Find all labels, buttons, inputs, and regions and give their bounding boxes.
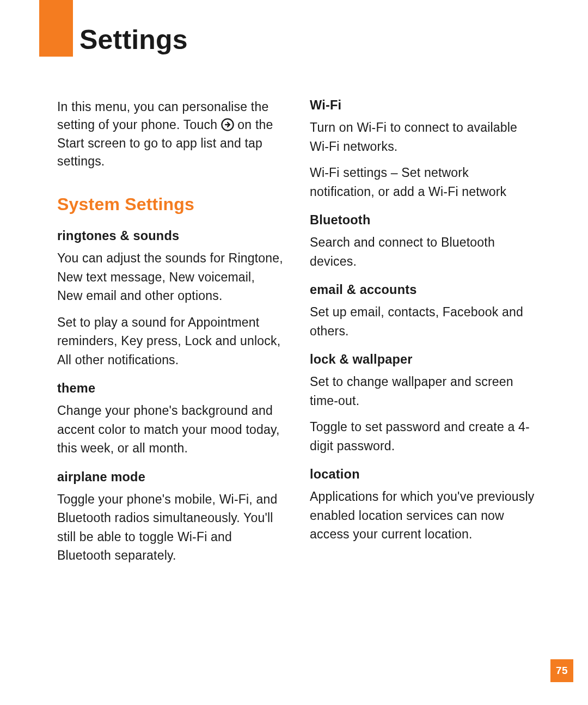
body-text: Applications for which you've previously… (310, 487, 536, 544)
manual-page: Settings In this menu, you can personali… (0, 0, 588, 705)
header-accent-tab (39, 0, 73, 57)
subheading-lock-wallpaper: lock & wallpaper (310, 352, 536, 367)
subheading-location: location (310, 467, 536, 482)
subheading-theme: theme (57, 381, 284, 396)
left-column: In this menu, you can personalise the se… (57, 98, 284, 573)
body-text: Turn on Wi-Fi to connect to available Wi… (310, 118, 536, 156)
subheading-email-accounts: email & accounts (310, 283, 536, 297)
body-text: Change your phone's background and accen… (57, 401, 284, 458)
body-text: You can adjust the sounds for Ringtone, … (57, 249, 284, 305)
body-text: Wi-Fi settings – Set network notificatio… (310, 163, 536, 201)
section-heading: System Settings (57, 194, 284, 214)
body-text: Search and connect to Bluetooth devices. (310, 233, 536, 271)
subheading-wifi: Wi-Fi (310, 98, 536, 113)
subheading-ringtones: ringtones & sounds (57, 229, 284, 243)
body-text: Set to play a sound for Appointment remi… (57, 313, 284, 370)
body-text: Set up email, contacts, Facebook and oth… (310, 303, 536, 340)
body-text: Set to change wallpaper and screen time-… (310, 372, 536, 410)
body-text: Toggle to set password and create a 4-di… (310, 418, 536, 455)
content-columns: In this menu, you can personalise the se… (57, 98, 536, 573)
page-title: Settings (79, 24, 188, 56)
subheading-bluetooth: Bluetooth (310, 213, 536, 228)
body-text: Toggle your phone's mobile, Wi-Fi, and B… (57, 490, 284, 565)
arrow-right-circle-icon (221, 118, 234, 131)
right-column: Wi-Fi Turn on Wi-Fi to connect to availa… (310, 98, 536, 573)
page-number: 75 (550, 659, 573, 682)
subheading-airplane-mode: airplane mode (57, 470, 284, 485)
intro-text: In this menu, you can personalise the se… (57, 98, 284, 170)
